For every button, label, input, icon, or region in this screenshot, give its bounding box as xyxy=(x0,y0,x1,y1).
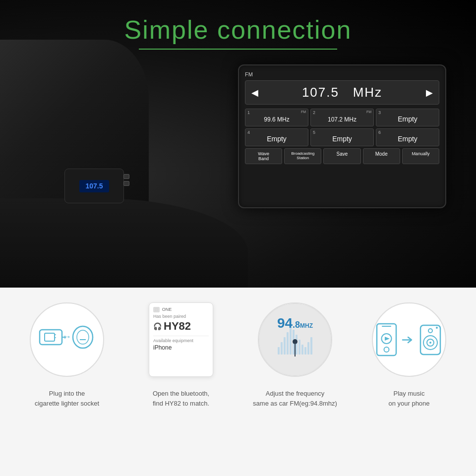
fm-device-display: 107.5 xyxy=(79,180,109,192)
preset-5[interactable]: 5 Empty xyxy=(310,128,374,146)
preset-2[interactable]: 2 FM 107.2 MHz xyxy=(310,109,374,126)
feature-music: Play music on your phone xyxy=(357,302,461,408)
fm-usb-ports xyxy=(123,174,129,186)
freq-dial: 94.8MHZ xyxy=(258,303,332,376)
music-caption: Play music on your phone xyxy=(388,389,429,408)
freq-bar xyxy=(307,342,309,355)
plug-caption: Plug into the cigarette lighter socket xyxy=(35,389,99,408)
phone-speaker-icons xyxy=(375,322,443,357)
top-section: Simple connection 107.5 FM ◀ 107.5 MHz ▶ xyxy=(0,0,476,288)
usb-port-1[interactable] xyxy=(123,174,129,179)
freq-decimal: .8 xyxy=(293,320,300,330)
freq-bar xyxy=(290,327,292,355)
headphone-icon: 🎧 xyxy=(153,322,162,330)
speaker-icon xyxy=(418,324,443,356)
svg-point-19 xyxy=(429,342,431,344)
music-icon-circle xyxy=(372,302,446,377)
freq-bar xyxy=(284,337,286,355)
preset-4[interactable]: 4 Empty xyxy=(245,128,308,146)
radio-control-buttons: WaveBand BroadcastingStation Save Mode M… xyxy=(245,148,439,164)
freq-unit: MHZ xyxy=(300,322,313,329)
fm-device-freq: 107.5 xyxy=(85,182,103,190)
manually-btn[interactable]: Manually xyxy=(402,148,439,164)
title-area: Simple connection xyxy=(0,15,476,50)
svg-point-11 xyxy=(384,347,389,352)
feature-bluetooth: □ ONE Has been paired 🎧 HY82 Available e… xyxy=(129,302,233,408)
usb-port-2[interactable] xyxy=(123,181,129,186)
svg-point-7 xyxy=(73,326,93,348)
freq-bar xyxy=(304,347,306,355)
svg-point-8 xyxy=(77,330,89,344)
freq-main-number: 94 xyxy=(277,315,293,331)
frequency-icon-circle: 94.8MHZ xyxy=(258,302,332,377)
plug-icon-circle: → xyxy=(30,302,104,377)
freq-bar xyxy=(301,345,303,355)
freq-bar xyxy=(310,337,312,355)
fm-device-body: 107.5 xyxy=(64,169,124,203)
bluetooth-icon-circle: □ ONE Has been paired 🎧 HY82 Available e… xyxy=(144,302,218,377)
wave-band-btn[interactable]: WaveBand xyxy=(245,148,282,164)
freq-needle xyxy=(293,339,298,357)
phone-icon xyxy=(375,322,398,357)
freq-display: 94.8MHZ xyxy=(277,315,313,331)
feature-frequency: 94.8MHZ Adjust the frequency same as car… xyxy=(243,302,347,408)
svg-rect-0 xyxy=(40,330,62,345)
mode-btn[interactable]: Mode xyxy=(363,148,400,164)
broadcasting-station-btn[interactable]: BroadcastingStation xyxy=(284,148,321,164)
bt-available-label: Available equipment xyxy=(153,336,209,343)
needle-dot xyxy=(293,339,298,344)
title-underline xyxy=(139,49,337,50)
bt-available-device: iPhone xyxy=(153,344,209,351)
svg-marker-14 xyxy=(385,337,390,341)
plug-icon: → xyxy=(37,320,97,359)
arrow-icon xyxy=(402,334,414,346)
feature-plug: → Plug into the cigarette lighter socket xyxy=(15,302,119,408)
svg-point-21 xyxy=(436,327,438,329)
svg-point-20 xyxy=(428,329,432,333)
bt-paired-label: Has been paired xyxy=(153,314,209,319)
freq-bar xyxy=(281,342,283,355)
radio-presets-grid: 1 FM 99.6 MHz 2 FM 107.2 MHz 3 Empty 4 E… xyxy=(245,109,439,146)
fm-transmitter-device: 107.5 xyxy=(55,169,134,238)
freq-bar xyxy=(287,332,289,355)
frequency-caption: Adjust the frequency same as car FM(eg:9… xyxy=(253,389,337,408)
radio-freq-value: 107.5 MHz xyxy=(302,85,382,100)
radio-freq-unit: MHz xyxy=(353,85,382,100)
radio-freq-number: 107.5 xyxy=(302,85,339,100)
svg-rect-1 xyxy=(45,333,55,341)
bt-device-name: 🎧 HY82 xyxy=(153,320,209,333)
preset-6[interactable]: 6 Empty xyxy=(376,128,439,146)
radio-prev-arrow[interactable]: ◀ xyxy=(251,87,258,98)
bluetooth-caption: Open the bluetooth, find HY82 to match. xyxy=(153,389,209,408)
car-radio-display: FM ◀ 107.5 MHz ▶ 1 FM 99.6 MHz 2 FM 107.… xyxy=(238,64,446,208)
save-btn[interactable]: Save xyxy=(323,148,360,164)
page-title: Simple connection xyxy=(0,15,476,45)
preset-3[interactable]: 3 Empty xyxy=(376,109,439,126)
bottom-section: → Plug into the cigarette lighter socket… xyxy=(0,288,476,476)
freq-bar xyxy=(278,347,280,355)
radio-fm-label: FM xyxy=(245,71,439,77)
bluetooth-pairing-card: □ ONE Has been paired 🎧 HY82 Available e… xyxy=(149,302,213,377)
svg-text:→: → xyxy=(62,332,71,342)
needle-line xyxy=(295,344,296,357)
preset-1[interactable]: 1 FM 99.6 MHz xyxy=(245,109,308,126)
radio-frequency-row: ◀ 107.5 MHz ▶ xyxy=(245,80,439,105)
freq-bar xyxy=(298,340,300,355)
bt-card-header: □ ONE xyxy=(153,307,209,312)
radio-next-arrow[interactable]: ▶ xyxy=(426,87,433,98)
svg-rect-16 xyxy=(420,325,440,355)
